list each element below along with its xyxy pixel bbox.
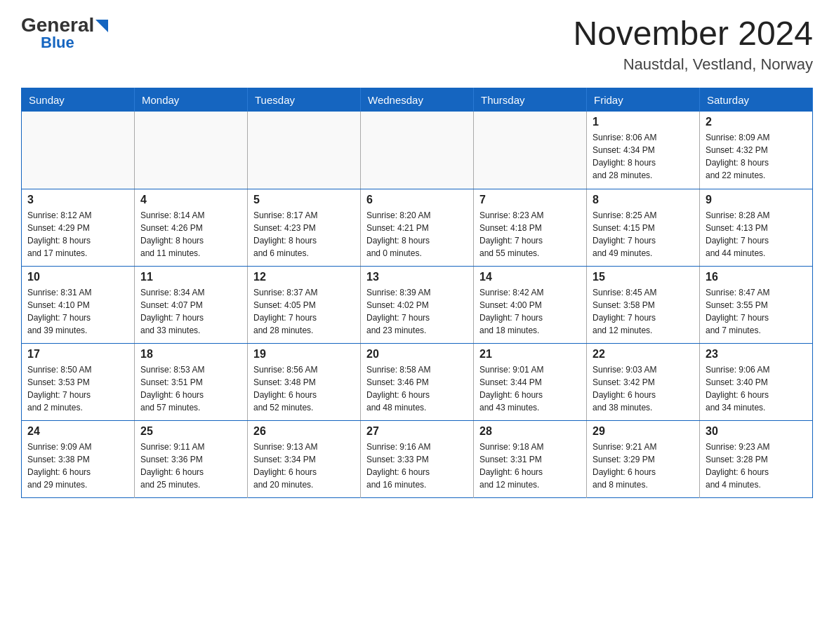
day-info: Sunrise: 8:09 AM Sunset: 4:32 PM Dayligh… [706,131,807,182]
day-info: Sunrise: 9:11 AM Sunset: 3:36 PM Dayligh… [140,441,241,491]
location-subtitle: Naustdal, Vestland, Norway [573,55,813,74]
calendar-cell: 2Sunrise: 8:09 AM Sunset: 4:32 PM Daylig… [700,112,813,189]
day-info: Sunrise: 8:47 AM Sunset: 3:55 PM Dayligh… [706,286,807,337]
column-header-wednesday: Wednesday [361,88,474,112]
calendar-week-row: 24Sunrise: 9:09 AM Sunset: 3:38 PM Dayli… [22,420,813,497]
day-number: 10 [27,271,128,283]
calendar-cell: 9Sunrise: 8:28 AM Sunset: 4:13 PM Daylig… [700,189,813,266]
calendar-cell [135,112,248,189]
logo-arrow-icon [95,20,108,32]
svg-marker-0 [95,20,108,32]
calendar-cell: 5Sunrise: 8:17 AM Sunset: 4:23 PM Daylig… [248,189,361,266]
calendar-cell: 17Sunrise: 8:50 AM Sunset: 3:53 PM Dayli… [22,343,135,420]
calendar-cell: 3Sunrise: 8:12 AM Sunset: 4:29 PM Daylig… [22,189,135,266]
calendar-cell: 26Sunrise: 9:13 AM Sunset: 3:34 PM Dayli… [248,420,361,497]
calendar-cell: 19Sunrise: 8:56 AM Sunset: 3:48 PM Dayli… [248,343,361,420]
day-number: 27 [366,425,468,438]
calendar-cell [248,112,361,189]
day-info: Sunrise: 8:23 AM Sunset: 4:18 PM Dayligh… [479,209,581,260]
day-info: Sunrise: 8:12 AM Sunset: 4:29 PM Dayligh… [27,209,128,260]
calendar-cell: 10Sunrise: 8:31 AM Sunset: 4:10 PM Dayli… [22,266,135,343]
day-info: Sunrise: 9:16 AM Sunset: 3:33 PM Dayligh… [366,441,468,491]
day-number: 4 [140,194,241,206]
calendar-cell [22,112,135,189]
calendar-cell: 16Sunrise: 8:47 AM Sunset: 3:55 PM Dayli… [700,266,813,343]
calendar-cell: 13Sunrise: 8:39 AM Sunset: 4:02 PM Dayli… [361,266,474,343]
day-number: 21 [479,348,581,361]
day-info: Sunrise: 9:09 AM Sunset: 3:38 PM Dayligh… [27,441,128,491]
day-number: 20 [366,348,468,361]
calendar-cell: 23Sunrise: 9:06 AM Sunset: 3:40 PM Dayli… [700,343,813,420]
calendar-cell: 24Sunrise: 9:09 AM Sunset: 3:38 PM Dayli… [22,420,135,497]
calendar-week-row: 1Sunrise: 8:06 AM Sunset: 4:34 PM Daylig… [22,112,813,189]
calendar-cell: 20Sunrise: 8:58 AM Sunset: 3:46 PM Dayli… [361,343,474,420]
day-number: 19 [253,348,355,361]
day-number: 15 [593,271,694,283]
calendar-cell: 25Sunrise: 9:11 AM Sunset: 3:36 PM Dayli… [135,420,248,497]
logo-blue-text: Blue [41,34,74,52]
calendar-cell: 28Sunrise: 9:18 AM Sunset: 3:31 PM Dayli… [474,420,587,497]
day-number: 2 [706,116,807,128]
column-header-sunday: Sunday [22,88,135,112]
calendar-cell: 14Sunrise: 8:42 AM Sunset: 4:00 PM Dayli… [474,266,587,343]
day-info: Sunrise: 9:03 AM Sunset: 3:42 PM Dayligh… [593,363,694,414]
day-number: 12 [253,271,355,283]
calendar-cell: 4Sunrise: 8:14 AM Sunset: 4:26 PM Daylig… [135,189,248,266]
day-number: 30 [706,425,807,438]
day-number: 17 [27,348,128,361]
day-info: Sunrise: 8:39 AM Sunset: 4:02 PM Dayligh… [366,286,468,337]
calendar-week-row: 3Sunrise: 8:12 AM Sunset: 4:29 PM Daylig… [22,189,813,266]
calendar-header-row: SundayMondayTuesdayWednesdayThursdayFrid… [22,88,813,112]
day-number: 3 [27,194,128,206]
day-number: 18 [140,348,241,361]
day-info: Sunrise: 9:13 AM Sunset: 3:34 PM Dayligh… [253,441,355,491]
calendar-cell: 12Sunrise: 8:37 AM Sunset: 4:05 PM Dayli… [248,266,361,343]
day-number: 5 [253,194,355,206]
calendar-cell: 18Sunrise: 8:53 AM Sunset: 3:51 PM Dayli… [135,343,248,420]
calendar-cell [474,112,587,189]
calendar-cell: 29Sunrise: 9:21 AM Sunset: 3:29 PM Dayli… [587,420,700,497]
day-number: 9 [706,194,807,206]
day-number: 14 [479,271,581,283]
calendar-cell: 21Sunrise: 9:01 AM Sunset: 3:44 PM Dayli… [474,343,587,420]
day-info: Sunrise: 8:58 AM Sunset: 3:46 PM Dayligh… [366,363,468,414]
day-number: 8 [593,194,694,206]
day-number: 23 [706,348,807,361]
day-info: Sunrise: 8:06 AM Sunset: 4:34 PM Dayligh… [593,131,694,182]
day-number: 1 [593,116,694,128]
day-number: 24 [27,425,128,438]
day-info: Sunrise: 8:50 AM Sunset: 3:53 PM Dayligh… [27,363,128,414]
day-info: Sunrise: 8:42 AM Sunset: 4:00 PM Dayligh… [479,286,581,337]
day-number: 7 [479,194,581,206]
calendar-week-row: 10Sunrise: 8:31 AM Sunset: 4:10 PM Dayli… [22,266,813,343]
calendar-cell: 30Sunrise: 9:23 AM Sunset: 3:28 PM Dayli… [700,420,813,497]
day-info: Sunrise: 8:28 AM Sunset: 4:13 PM Dayligh… [706,209,807,260]
day-number: 16 [706,271,807,283]
calendar-cell [361,112,474,189]
day-info: Sunrise: 8:31 AM Sunset: 4:10 PM Dayligh… [27,286,128,337]
day-info: Sunrise: 8:45 AM Sunset: 3:58 PM Dayligh… [593,286,694,337]
day-info: Sunrise: 8:25 AM Sunset: 4:15 PM Dayligh… [593,209,694,260]
day-info: Sunrise: 9:23 AM Sunset: 3:28 PM Dayligh… [706,441,807,491]
day-number: 13 [366,271,468,283]
calendar-cell: 8Sunrise: 8:25 AM Sunset: 4:15 PM Daylig… [587,189,700,266]
calendar-table: SundayMondayTuesdayWednesdayThursdayFrid… [21,88,813,498]
day-number: 6 [366,194,468,206]
column-header-thursday: Thursday [474,88,587,112]
calendar-cell: 22Sunrise: 9:03 AM Sunset: 3:42 PM Dayli… [587,343,700,420]
day-info: Sunrise: 8:14 AM Sunset: 4:26 PM Dayligh… [140,209,241,260]
day-number: 29 [593,425,694,438]
title-block: November 2024 Naustdal, Vestland, Norway [573,14,813,74]
logo: General Blue [21,14,108,52]
day-info: Sunrise: 9:18 AM Sunset: 3:31 PM Dayligh… [479,441,581,491]
day-info: Sunrise: 8:17 AM Sunset: 4:23 PM Dayligh… [253,209,355,260]
calendar-week-row: 17Sunrise: 8:50 AM Sunset: 3:53 PM Dayli… [22,343,813,420]
column-header-tuesday: Tuesday [248,88,361,112]
main-title: November 2024 [573,14,813,53]
day-info: Sunrise: 8:53 AM Sunset: 3:51 PM Dayligh… [140,363,241,414]
day-info: Sunrise: 8:34 AM Sunset: 4:07 PM Dayligh… [140,286,241,337]
calendar-cell: 6Sunrise: 8:20 AM Sunset: 4:21 PM Daylig… [361,189,474,266]
day-number: 25 [140,425,241,438]
day-info: Sunrise: 9:21 AM Sunset: 3:29 PM Dayligh… [593,441,694,491]
calendar-cell: 11Sunrise: 8:34 AM Sunset: 4:07 PM Dayli… [135,266,248,343]
